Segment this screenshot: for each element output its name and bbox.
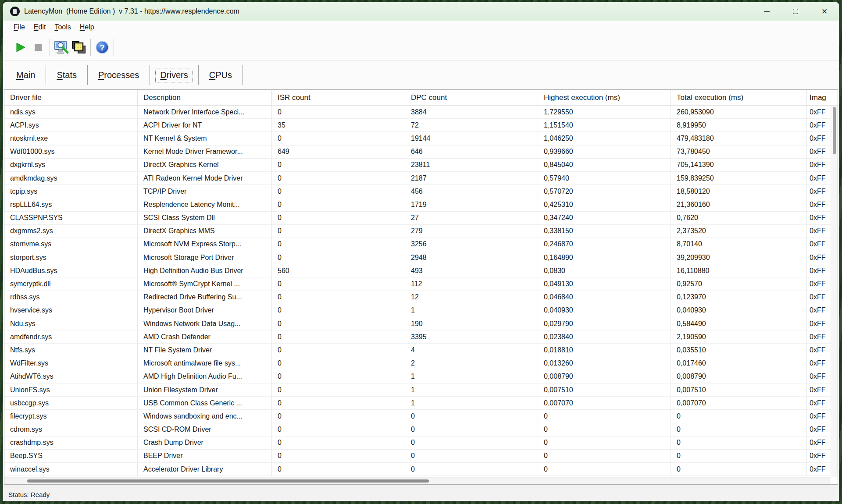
table-row[interactable]: winaccel.sysAccelerator Driver Library00… xyxy=(4,463,831,476)
table-cell: 0,013260 xyxy=(538,357,671,370)
table-cell: 0,049130 xyxy=(538,277,671,290)
tab-drivers[interactable]: Drivers xyxy=(155,68,193,82)
table-row[interactable]: ntoskrnl.exeNT Kernel & System0191441,04… xyxy=(4,132,831,145)
table-cell: Resplendence Latency Monit... xyxy=(138,198,272,211)
table-row[interactable]: Ndu.sysWindows Network Data Usag...01900… xyxy=(4,317,831,330)
table-row[interactable]: dxgkrnl.sysDirectX Graphics Kernel023811… xyxy=(4,159,831,172)
table-cell: Windows sandboxing and enc... xyxy=(138,410,272,422)
table-row[interactable]: ACPI.sysACPI Driver for NT35721,1515408,… xyxy=(4,119,831,132)
title-bar[interactable]: LatencyMon (Home Edition ) v 7.31 - http… xyxy=(3,2,839,21)
column-header[interactable]: Description xyxy=(138,90,272,105)
table-row[interactable]: amdkmdag.sysATI Radeon Kernel Mode Drive… xyxy=(4,172,831,185)
table-row[interactable]: HDAudBus.sysHigh Definition Audio Bus Dr… xyxy=(4,264,831,277)
table-cell: 0 xyxy=(538,437,671,449)
table-cell: 0xFF xyxy=(807,344,831,356)
table-row[interactable]: crashdmp.sysCrash Dump Driver00000xFF xyxy=(4,437,831,450)
maximize-button[interactable] xyxy=(781,2,810,21)
table-cell: 3395 xyxy=(405,330,538,343)
table-row[interactable]: rspLLL64.sysResplendence Latency Monit..… xyxy=(4,198,831,211)
table-cell: USB Common Class Generic ... xyxy=(138,397,272,409)
table-cell: 0xFF xyxy=(807,304,831,317)
vertical-scrollbar-thumb[interactable] xyxy=(833,107,836,154)
table-cell: 0,92570 xyxy=(671,277,807,290)
tab-main[interactable]: Main xyxy=(11,67,40,83)
table-row[interactable]: dxgmms2.sysDirectX Graphics MMS02790,338… xyxy=(4,225,831,238)
vertical-scrollbar[interactable] xyxy=(831,106,838,477)
table-row[interactable]: Wdf01000.sysKernel Mode Driver Framewor.… xyxy=(4,146,831,159)
table-cell: 0,939660 xyxy=(538,146,671,158)
table-row[interactable]: WdFilter.sysMicrosoft antimalware file s… xyxy=(4,357,831,370)
horizontal-scrollbar[interactable] xyxy=(4,477,831,484)
monitor-magnifier-icon xyxy=(54,40,69,55)
column-header[interactable]: Total execution (ms) xyxy=(671,90,807,105)
column-header[interactable]: Highest execution (ms) xyxy=(538,90,671,105)
table-cell: ATI Radeon Kernel Mode Driver xyxy=(138,172,272,185)
menu-edit[interactable]: Edit xyxy=(29,22,50,32)
table-row[interactable]: hvservice.sysHypervisor Boot Driver010,0… xyxy=(4,304,831,317)
table-cell: 0 xyxy=(272,159,405,171)
table-cell: storport.sys xyxy=(4,251,138,264)
table-row[interactable]: usbccgp.sysUSB Common Class Generic ...0… xyxy=(4,397,831,410)
window-title: LatencyMon (Home Edition ) v 7.31 - http… xyxy=(24,7,239,15)
horizontal-scrollbar-thumb[interactable] xyxy=(27,479,429,483)
table-cell: 0,007070 xyxy=(671,397,807,409)
menu-file[interactable]: File xyxy=(9,22,29,32)
table-cell: 646 xyxy=(405,146,538,158)
table-row[interactable]: UnionFS.sysUnion Filesystem Driver010,00… xyxy=(4,383,831,397)
table-row[interactable]: CLASSPNP.SYSSCSI Class System Dll0270,34… xyxy=(4,212,831,225)
column-header[interactable]: Driver file xyxy=(4,90,138,105)
table-cell: 0xFF xyxy=(807,397,831,409)
column-header[interactable]: DPC count xyxy=(405,90,538,105)
table-cell: Microsoft® SymCrypt Kernel ... xyxy=(138,277,272,290)
options-button[interactable] xyxy=(53,38,70,57)
column-header[interactable]: ISR count xyxy=(272,90,405,105)
column-header[interactable]: Imag xyxy=(807,90,838,105)
table-cell: DirectX Graphics MMS xyxy=(138,225,272,238)
copy-report-button[interactable] xyxy=(70,38,88,57)
stop-monitor-button[interactable] xyxy=(29,38,47,57)
table-cell: crashdmp.sys xyxy=(4,437,138,449)
window-controls: ✕ xyxy=(752,2,839,21)
table-cell: 0xFF xyxy=(807,463,831,476)
table-row[interactable]: Beep.SYSBEEP Driver00000xFF xyxy=(4,450,831,463)
help-button[interactable]: ? xyxy=(93,38,111,57)
menu-help[interactable]: Help xyxy=(75,22,99,32)
minimize-button[interactable] xyxy=(752,2,781,21)
table-cell: Microsoft NVM Express Storp... xyxy=(138,238,272,251)
menu-tools[interactable]: Tools xyxy=(50,22,75,32)
table-row[interactable]: stornvme.sysMicrosoft NVM Express Storp.… xyxy=(4,238,831,251)
table-row[interactable]: filecrypt.sysWindows sandboxing and enc.… xyxy=(4,410,831,423)
table-cell: dxgmms2.sys xyxy=(4,225,138,238)
table-row[interactable]: cdrom.sysSCSI CD-ROM Driver00000xFF xyxy=(4,423,831,437)
table-cell: 0,845040 xyxy=(538,159,671,171)
tab-cpus[interactable]: CPUs xyxy=(204,67,237,83)
table-cell: 1 xyxy=(405,304,538,317)
table-cell: 0 xyxy=(538,463,671,476)
table-row[interactable]: ndis.sysNetwork Driver Interface Speci..… xyxy=(4,106,831,119)
table-row[interactable]: symcryptk.dllMicrosoft® SymCrypt Kernel … xyxy=(4,277,831,291)
table-cell: tcpip.sys xyxy=(4,185,138,198)
tab-processes[interactable]: Processes xyxy=(93,67,144,83)
app-icon xyxy=(10,7,20,16)
tab-stats[interactable]: Stats xyxy=(51,67,82,83)
table-cell: amdkmdag.sys xyxy=(4,172,138,185)
table-row[interactable]: rdbss.sysRedirected Drive Buffering Su..… xyxy=(4,291,831,304)
table-cell: 0 xyxy=(272,212,405,224)
table-row[interactable]: amdfendr.sysAMD Crash Defender033950,023… xyxy=(4,330,831,344)
table-cell: 0,023840 xyxy=(538,330,671,343)
table-cell: Ntfs.sys xyxy=(4,344,138,356)
table-row[interactable]: AtihdWT6.sysAMD High Definition Audio Fu… xyxy=(4,370,831,383)
table-row[interactable]: tcpip.sysTCP/IP Driver04560,57072018,580… xyxy=(4,185,831,198)
table-cell: 18,580120 xyxy=(671,185,807,198)
table-cell: 0xFF xyxy=(807,238,831,251)
start-monitor-button[interactable] xyxy=(12,38,29,57)
table-cell: 0xFF xyxy=(807,423,831,436)
table-row[interactable]: Ntfs.sysNT File System Driver040,0188100… xyxy=(4,344,831,357)
table-cell: stornvme.sys xyxy=(4,238,138,251)
table-cell: ndis.sys xyxy=(4,106,138,118)
close-button[interactable]: ✕ xyxy=(810,2,839,21)
table-cell: Union Filesystem Driver xyxy=(138,383,272,396)
table-cell: 12 xyxy=(405,291,538,304)
table-cell: 0xFF xyxy=(807,383,831,396)
table-row[interactable]: storport.sysMicrosoft Storage Port Drive… xyxy=(4,251,831,264)
